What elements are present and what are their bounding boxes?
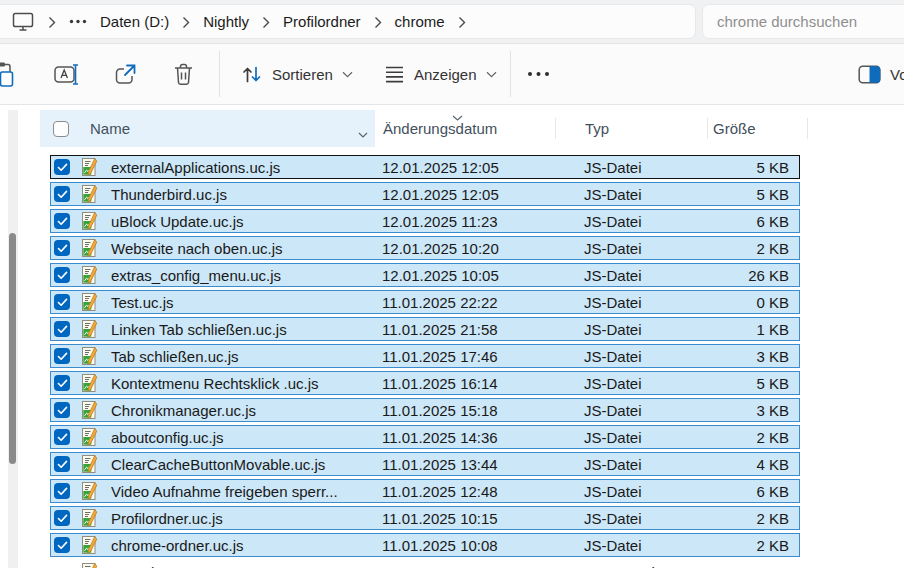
table-row[interactable]: ClearCacheButtonMovable.uc.js 11.01.2025… [50, 452, 800, 476]
breadcrumb-overflow-icon[interactable] [69, 19, 87, 24]
table-row[interactable]: Profilordner.uc.js 11.01.2025 10:15 JS-D… [50, 506, 800, 530]
js-file-icon [80, 212, 98, 230]
file-size: 26 KB [705, 267, 799, 284]
command-toolbar: Sortieren Anzeigen [0, 44, 904, 104]
row-checkbox[interactable] [54, 429, 70, 445]
more-options-button[interactable] [527, 56, 550, 92]
breadcrumb-chevron-icon[interactable] [262, 15, 270, 29]
table-row[interactable]: externalApplications.uc.js 12.01.2025 12… [50, 155, 800, 179]
file-type: CSS-Datei [553, 564, 705, 568]
row-checkbox[interactable] [54, 321, 70, 337]
table-row[interactable]: Webseite nach oben.uc.js 12.01.2025 10:2… [50, 236, 800, 260]
view-button[interactable]: Anzeigen [384, 56, 497, 92]
search-input[interactable] [703, 5, 904, 38]
column-header-type[interactable]: Typ [585, 110, 609, 147]
file-name: chrome-ordner.uc.js [111, 537, 373, 554]
file-explorer-window: Daten (D:) Nightly Profilordner chrome [0, 0, 904, 568]
row-checkbox[interactable] [54, 402, 70, 418]
share-button[interactable] [113, 56, 138, 92]
table-row[interactable]: Linken Tab schließen.uc.js 11.01.2025 21… [50, 317, 800, 341]
file-date-modified: 11.01.2025 15:18 [373, 402, 553, 419]
table-row[interactable]: Chronikmanager.uc.js 11.01.2025 15:18 JS… [50, 398, 800, 422]
breadcrumb-chevron-icon[interactable] [458, 15, 466, 29]
delete-button[interactable] [172, 56, 195, 92]
file-date-modified: 11.01.2025 12:48 [373, 483, 553, 500]
chevron-down-icon [342, 71, 353, 78]
file-type: JS-Datei [553, 510, 705, 527]
rename-button[interactable] [53, 56, 80, 92]
file-type: JS-Datei [553, 186, 705, 203]
file-type: JS-Datei [553, 429, 705, 446]
breadcrumb-chevron-icon[interactable] [48, 15, 56, 29]
details-pane-icon [858, 65, 881, 84]
column-separator[interactable] [807, 118, 808, 139]
table-row[interactable]: Kontextmenu Rechtsklick .uc.js 11.01.202… [50, 371, 800, 395]
row-checkbox[interactable] [54, 375, 70, 391]
breadcrumb-item[interactable]: Profilordner [283, 13, 361, 30]
row-checkbox[interactable] [54, 510, 70, 526]
preview-pane-label: Vo [890, 66, 904, 83]
navigation-bar: Daten (D:) Nightly Profilordner chrome [0, 0, 904, 43]
file-size: 6 KB [705, 213, 799, 230]
scrollbar-thumb[interactable] [9, 233, 16, 464]
table-row[interactable]: Tab schließen.uc.js 11.01.2025 17:46 JS-… [50, 344, 800, 368]
table-row[interactable]: userChrome.css 14.12.2024 13:05 CSS-Date… [50, 560, 800, 568]
table-row[interactable]: Video Aufnahme freigeben sperr... 11.01.… [50, 479, 800, 503]
row-checkbox[interactable] [54, 186, 70, 202]
breadcrumb-item[interactable]: Nightly [203, 13, 249, 30]
table-row[interactable]: extras_config_menu.uc.js 12.01.2025 10:0… [50, 263, 800, 287]
row-checkbox[interactable] [54, 240, 70, 256]
row-checkbox[interactable] [54, 294, 70, 310]
file-name: Video Aufnahme freigeben sperr... [111, 483, 373, 500]
paste-button[interactable] [0, 56, 16, 92]
file-type: JS-Datei [553, 159, 705, 176]
this-pc-icon[interactable] [11, 11, 35, 32]
column-header-date[interactable]: Änderungsdatum [383, 110, 497, 147]
js-file-icon [80, 293, 98, 311]
file-type: JS-Datei [553, 348, 705, 365]
table-row[interactable]: aboutconfig.uc.js 11.01.2025 14:36 JS-Da… [50, 425, 800, 449]
file-date-modified: 12.01.2025 10:05 [373, 267, 553, 284]
js-file-icon [80, 509, 98, 527]
js-file-icon [80, 401, 98, 419]
table-row[interactable]: Test.uc.js 11.01.2025 22:22 JS-Datei 0 K… [50, 290, 800, 314]
column-menu-chevron-icon[interactable] [358, 124, 368, 142]
trash-icon [172, 62, 195, 87]
table-row[interactable]: uBlock Update.uc.js 12.01.2025 11:23 JS-… [50, 209, 800, 233]
breadcrumb-chevron-icon[interactable] [374, 15, 382, 29]
column-separator[interactable] [555, 118, 556, 139]
row-checkbox[interactable] [54, 159, 70, 175]
row-checkbox[interactable] [54, 213, 70, 229]
row-checkbox[interactable] [54, 348, 70, 364]
file-type: JS-Datei [553, 267, 705, 284]
file-date-modified: 12.01.2025 11:23 [373, 213, 553, 230]
breadcrumb-item[interactable]: Daten (D:) [100, 13, 169, 30]
file-size: 5 KB [705, 159, 799, 176]
file-size: 1 KB [705, 321, 799, 338]
address-bar[interactable]: Daten (D:) Nightly Profilordner chrome [0, 4, 696, 39]
file-name: aboutconfig.uc.js [111, 429, 373, 446]
table-row[interactable]: chrome-ordner.uc.js 11.01.2025 10:08 JS-… [50, 533, 800, 557]
view-button-label: Anzeigen [414, 66, 477, 83]
file-name: Tab schließen.uc.js [111, 348, 373, 365]
sort-button[interactable]: Sortieren [240, 56, 353, 92]
select-all-checkbox[interactable] [53, 121, 69, 137]
sort-button-label: Sortieren [272, 66, 333, 83]
file-date-modified: 11.01.2025 14:36 [373, 429, 553, 446]
column-header-name[interactable]: Name [40, 110, 375, 147]
row-checkbox[interactable] [54, 483, 70, 499]
preview-pane-toggle[interactable]: Vo [858, 56, 904, 92]
search-box[interactable] [702, 4, 904, 39]
file-type: JS-Datei [553, 321, 705, 338]
column-separator[interactable] [707, 118, 708, 139]
file-size: 2 KB [705, 240, 799, 257]
row-checkbox[interactable] [54, 456, 70, 472]
column-header-size[interactable]: Größe [713, 110, 756, 147]
file-name: Profilordner.uc.js [111, 510, 373, 527]
breadcrumb-item-current[interactable]: chrome [395, 13, 445, 30]
row-checkbox[interactable] [54, 267, 70, 283]
breadcrumb-chevron-icon[interactable] [182, 15, 190, 29]
row-checkbox[interactable] [54, 537, 70, 553]
table-row[interactable]: Thunderbird.uc.js 12.01.2025 12:05 JS-Da… [50, 182, 800, 206]
vertical-scrollbar[interactable] [8, 110, 18, 568]
